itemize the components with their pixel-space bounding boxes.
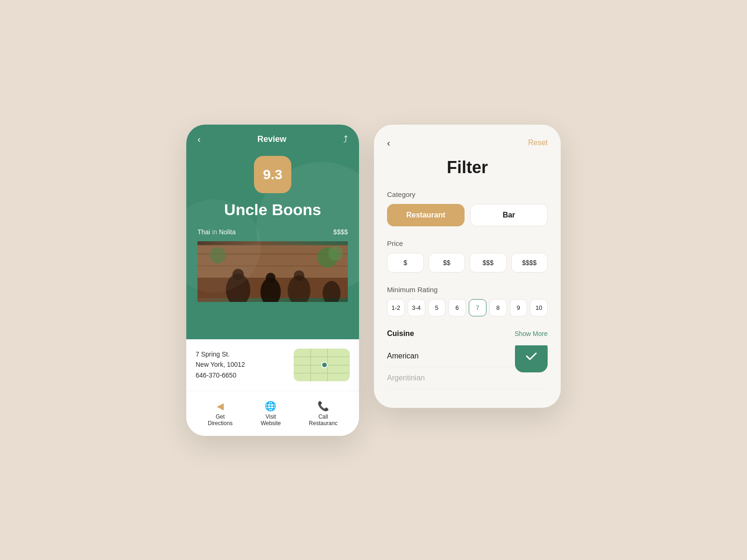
cuisine-argentinian-name: Argentinian xyxy=(387,374,425,382)
category-restaurant-button[interactable]: Restaurant xyxy=(387,204,465,226)
rating-10-button[interactable]: 10 xyxy=(530,299,548,316)
price-tag: $$$$ xyxy=(333,228,348,236)
filter-reset-button[interactable]: Reset xyxy=(528,139,548,147)
rating-9-button[interactable]: 9 xyxy=(510,299,528,316)
rating-1-2-button[interactable]: 1-2 xyxy=(387,299,405,316)
svg-point-10 xyxy=(266,273,275,282)
address-card: 7 Spring St. New York, 10012 646-370-665… xyxy=(186,339,359,391)
screen-title: Review xyxy=(257,134,286,144)
rating-3-4-button[interactable]: 3-4 xyxy=(408,299,425,316)
rating-8-button[interactable]: 8 xyxy=(489,299,507,316)
in-text: in xyxy=(212,228,219,236)
call-icon: 📞 xyxy=(317,400,329,412)
show-more-button[interactable]: Show More xyxy=(514,330,548,337)
call-restaurant-button[interactable]: 📞 CallRestauranc xyxy=(309,400,338,427)
rating-label: Minimum Rating xyxy=(387,286,548,294)
neighborhood-text: Nolita xyxy=(219,228,236,236)
cuisine-location: Thai in Nolita xyxy=(197,228,236,236)
rating-value: 9.3 xyxy=(263,167,282,182)
svg-point-6 xyxy=(210,247,226,263)
category-bar-button[interactable]: Bar xyxy=(470,204,548,226)
back-button[interactable]: ‹ xyxy=(197,134,201,145)
cuisine-list: American Argentinian xyxy=(387,345,548,389)
cuisine-text: Thai xyxy=(197,228,210,236)
get-directions-button[interactable]: ◀ GetDirections xyxy=(208,400,233,427)
filter-phone: ‹ Reset Filter Category Restaurant Bar P… xyxy=(374,125,561,408)
directions-label: GetDirections xyxy=(208,413,233,427)
price-2-button[interactable]: $$ xyxy=(429,253,465,273)
website-icon: 🌐 xyxy=(265,400,276,412)
nav-bar: ‹ Review ⤴ xyxy=(197,134,348,145)
cuisine-header: Cuisine Show More xyxy=(387,329,548,338)
cuisine-argentinian-row[interactable]: Argentinian xyxy=(387,367,548,389)
rating-7-button[interactable]: 7 xyxy=(469,299,486,316)
price-1-button[interactable]: $ xyxy=(387,253,424,273)
visit-website-button[interactable]: 🌐 VisitWebsite xyxy=(261,400,281,427)
checkmark-icon xyxy=(524,349,539,364)
restaurant-meta: Thai in Nolita $$$$ xyxy=(197,228,348,236)
address-line2: New York, 10012 xyxy=(196,359,245,370)
cuisine-american-name: American xyxy=(387,352,419,360)
website-label: VisitWebsite xyxy=(261,413,281,427)
rating-badge: 9.3 xyxy=(254,156,291,193)
address-block: 7 Spring St. New York, 10012 646-370-665… xyxy=(196,349,245,380)
restaurant-image xyxy=(197,241,348,302)
svg-point-7 xyxy=(226,273,250,302)
price-row: $ $$ $$$ $$$$ xyxy=(387,253,548,273)
filter-title: Filter xyxy=(387,158,548,177)
call-label: CallRestauranc xyxy=(309,413,338,427)
share-button[interactable]: ⤴ xyxy=(343,134,348,145)
price-label: Price xyxy=(387,239,548,247)
cuisine-american-row[interactable]: American xyxy=(387,345,548,367)
svg-point-8 xyxy=(233,268,244,280)
cuisine-section-label: Cuisine xyxy=(387,329,414,338)
directions-icon: ◀ xyxy=(217,400,224,412)
phone-number: 646-370-6650 xyxy=(196,370,245,380)
category-label: Category xyxy=(387,190,548,198)
rating-5-button[interactable]: 5 xyxy=(428,299,446,316)
restaurant-name: Uncle Boons xyxy=(197,201,348,219)
map-location-dot xyxy=(321,362,328,368)
svg-point-12 xyxy=(294,270,304,281)
rating-6-button[interactable]: 6 xyxy=(448,299,466,316)
filter-back-button[interactable]: ‹ xyxy=(387,138,390,148)
category-row: Restaurant Bar xyxy=(387,204,548,226)
filter-nav: ‹ Reset xyxy=(387,138,548,148)
svg-point-5 xyxy=(328,246,343,260)
map-thumbnail[interactable] xyxy=(294,349,350,381)
review-phone: ‹ Review ⤴ 9.3 Uncle Boons Thai in Nolit… xyxy=(186,125,359,436)
action-bar: ◀ GetDirections 🌐 VisitWebsite 📞 CallRes… xyxy=(186,391,359,436)
rating-row: 1-2 3-4 5 6 7 8 9 10 xyxy=(387,299,548,316)
address-line1: 7 Spring St. xyxy=(196,349,245,359)
price-3-button[interactable]: $$$ xyxy=(470,253,507,273)
price-4-button[interactable]: $$$$ xyxy=(511,253,548,273)
